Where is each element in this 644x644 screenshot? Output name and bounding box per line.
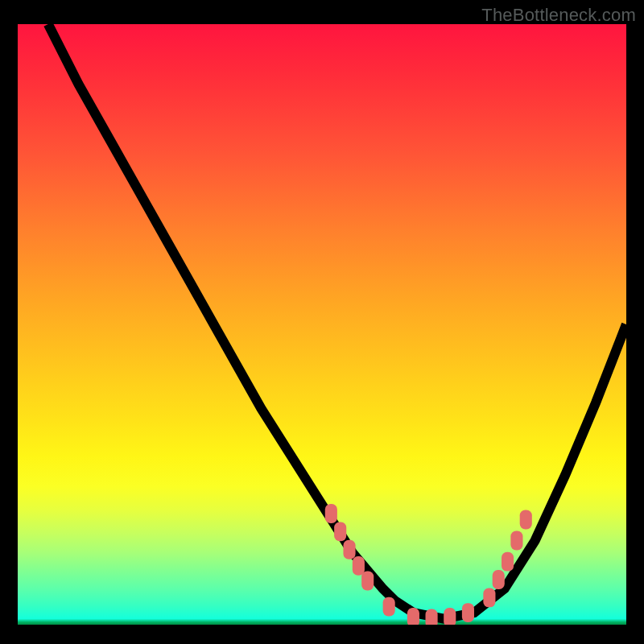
marker-point	[483, 588, 495, 607]
marker-point	[444, 608, 456, 625]
chart-svg	[18, 24, 626, 625]
marker-point	[426, 609, 438, 625]
marker-point	[462, 603, 474, 622]
marker-point	[353, 556, 365, 576]
marker-point	[334, 522, 346, 541]
marker-point	[343, 540, 355, 559]
chart-root: TheBottleneck.com	[0, 0, 644, 644]
watermark-text: TheBottleneck.com	[481, 5, 636, 26]
marker-point	[407, 608, 419, 625]
marker-point	[325, 504, 337, 523]
plot-area	[18, 24, 626, 625]
marker-point	[510, 531, 522, 551]
marker-point	[520, 510, 532, 530]
marker-point	[493, 570, 505, 589]
marker-point	[502, 552, 514, 572]
marker-point	[361, 572, 374, 591]
marker-point	[383, 597, 395, 617]
marker-group	[325, 504, 532, 625]
